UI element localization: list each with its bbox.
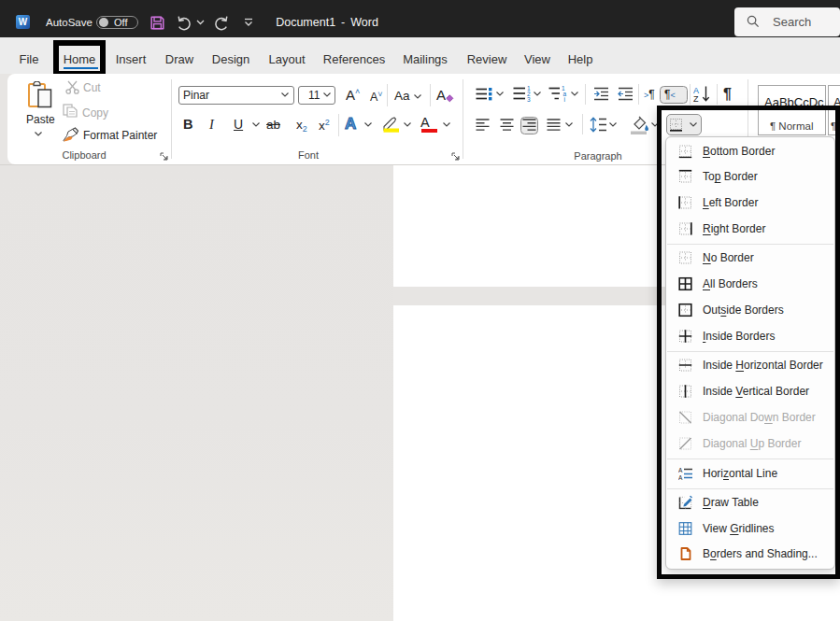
svg-text:A: A [693, 86, 699, 95]
svg-text:3: 3 [527, 96, 531, 102]
svg-text:W: W [19, 17, 28, 27]
svg-text:Z: Z [693, 94, 699, 103]
svg-text:i: i [564, 96, 565, 102]
